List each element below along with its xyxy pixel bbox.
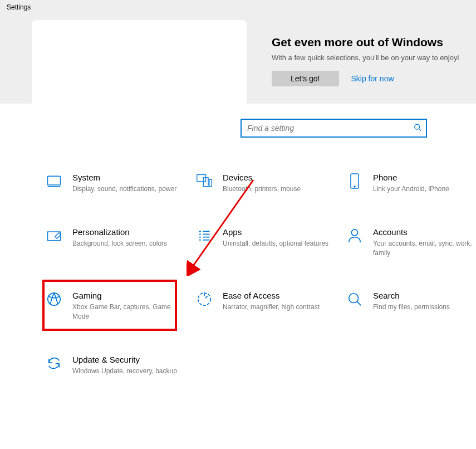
promo-subtitle: With a few quick selections, you'll be o…	[272, 53, 459, 62]
tile-system[interactable]: System Display, sound, notifications, po…	[45, 172, 195, 195]
tile-title: Devices	[223, 173, 301, 182]
svg-point-18	[351, 230, 357, 236]
window-title: Settings	[7, 3, 31, 11]
tile-desc: Xbox Game Bar, captures, Game Mode	[72, 302, 183, 321]
tile-desc: Background, lock screen, colors	[72, 239, 167, 248]
tile-title: Phone	[373, 173, 449, 182]
tile-desc: Bluetooth, printers, mouse	[223, 184, 301, 194]
accounts-icon	[346, 227, 363, 244]
tile-search[interactable]: Search Find my files, permissions	[345, 290, 476, 323]
tile-update-security[interactable]: Update & Security Windows Update, recove…	[45, 354, 195, 377]
svg-line-1	[419, 129, 421, 131]
search-container	[241, 119, 427, 138]
tile-desc: Your accounts, email, sync, work, family	[373, 239, 472, 258]
header-bar: Settings Get even more out of Windows Wi…	[0, 0, 476, 104]
tile-desc: Find my files, permissions	[373, 302, 450, 312]
tile-title: System	[72, 173, 176, 182]
svg-point-21	[349, 294, 359, 303]
tile-title: Update & Security	[72, 355, 177, 364]
tile-gaming[interactable]: Gaming Xbox Game Bar, captures, Game Mod…	[45, 290, 195, 323]
svg-rect-2	[48, 176, 61, 185]
account-card	[32, 20, 247, 104]
promo-panel: Get even more out of Windows With a few …	[272, 36, 459, 86]
svg-point-19	[48, 293, 60, 305]
svg-rect-6	[209, 179, 212, 186]
tile-title: Personalization	[72, 227, 167, 237]
tile-devices[interactable]: Devices Bluetooth, printers, mouse	[195, 172, 345, 195]
tile-accounts[interactable]: Accounts Your accounts, email, sync, wor…	[345, 226, 476, 259]
tile-title: Accounts	[373, 227, 472, 237]
tile-apps[interactable]: Apps Uninstall, defaults, optional featu…	[195, 226, 345, 259]
gaming-icon	[46, 291, 62, 308]
tile-desc: Display, sound, notifications, power	[72, 184, 176, 194]
svg-point-8	[354, 186, 355, 187]
lets-go-button[interactable]: Let's go!	[272, 71, 339, 86]
tile-title: Gaming	[72, 291, 183, 300]
tile-desc: Link your Android, iPhone	[373, 184, 449, 194]
tile-desc: Uninstall, defaults, optional features	[223, 239, 328, 248]
skip-link[interactable]: Skip for now	[351, 74, 394, 83]
search-input[interactable]	[241, 119, 427, 138]
system-icon	[46, 173, 62, 189]
tile-desc: Windows Update, recovery, backup	[72, 367, 177, 376]
update-icon	[46, 355, 62, 372]
tile-ease-of-access[interactable]: Ease of Access Narrator, magnifier, high…	[195, 290, 345, 323]
phone-icon	[346, 173, 363, 189]
category-grid: System Display, sound, notifications, po…	[45, 172, 476, 377]
svg-point-0	[415, 124, 420, 129]
tile-title: Apps	[223, 227, 328, 237]
tile-personalization[interactable]: Personalization Background, lock screen,…	[45, 226, 195, 259]
tile-phone[interactable]: Phone Link your Android, iPhone	[345, 172, 476, 195]
svg-rect-4	[197, 175, 206, 182]
search-category-icon	[346, 291, 363, 308]
apps-icon	[196, 227, 213, 244]
personalization-icon	[46, 227, 62, 244]
devices-icon	[196, 173, 213, 189]
search-icon	[414, 124, 421, 133]
tile-title: Search	[373, 291, 450, 300]
ease-of-access-icon	[196, 291, 213, 308]
tile-title: Ease of Access	[223, 291, 320, 300]
promo-title: Get even more out of Windows	[272, 36, 459, 49]
tile-desc: Narrator, magnifier, high contrast	[223, 302, 320, 312]
svg-line-22	[357, 302, 361, 306]
